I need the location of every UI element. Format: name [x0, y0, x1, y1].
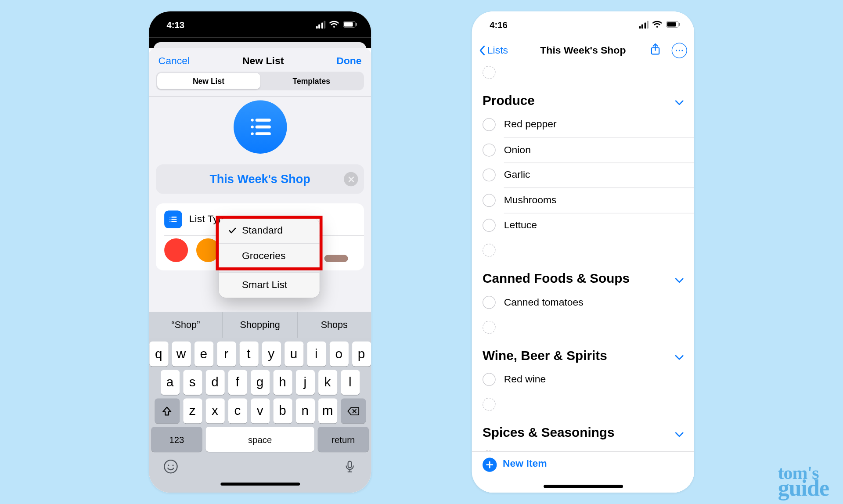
key-y[interactable]: y [262, 342, 281, 367]
svg-point-5 [251, 126, 253, 128]
nav-bar: Lists This Week's Shop [472, 37, 694, 63]
section-header[interactable]: Wine, Beer & Spirits [472, 340, 694, 367]
shift-icon [161, 405, 173, 417]
add-item-circle[interactable] [483, 244, 496, 257]
key-z[interactable]: z [183, 398, 202, 423]
key-g[interactable]: g [251, 370, 270, 395]
list-item[interactable]: Lettuce [472, 213, 694, 238]
key-t[interactable]: t [239, 342, 258, 367]
key-x[interactable]: x [205, 398, 224, 423]
emoji-key[interactable] [163, 459, 178, 477]
key-q[interactable]: q [149, 342, 168, 367]
ellipsis-icon [675, 49, 684, 51]
cellular-icon [639, 21, 648, 29]
key-v[interactable]: v [251, 398, 270, 423]
list-body[interactable]: ProduceRed pepperOnionGarlicMushroomsLet… [472, 64, 694, 493]
checkbox-circle[interactable] [483, 118, 496, 131]
key-w[interactable]: w [172, 342, 191, 367]
list-item[interactable]: Canned tomatoes [472, 290, 694, 315]
seg-newlist[interactable]: New List [157, 73, 260, 89]
cellular-icon [316, 21, 325, 29]
key-e[interactable]: e [194, 342, 213, 367]
key-h[interactable]: h [273, 370, 292, 395]
dictate-key[interactable] [342, 460, 357, 476]
keyboard: “Shop” Shopping Shops qwertyuiop asdfghj… [149, 312, 371, 493]
color-red[interactable] [164, 238, 188, 262]
cancel-button[interactable]: Cancel [159, 55, 190, 67]
list-icon-preview[interactable] [149, 97, 371, 164]
predict-2[interactable]: Shopping [223, 312, 297, 338]
empty-item-placeholder[interactable] [472, 392, 694, 417]
more-button[interactable] [672, 43, 687, 58]
checkbox-circle[interactable] [483, 296, 496, 309]
share-button[interactable] [650, 43, 661, 58]
empty-item-placeholder[interactable] [472, 315, 694, 340]
list-lines-icon [168, 214, 178, 225]
list-item[interactable]: Mushrooms [472, 188, 694, 213]
key-b[interactable]: b [273, 398, 292, 423]
checkbox-circle[interactable] [483, 194, 496, 207]
key-i[interactable]: i [307, 342, 326, 367]
status-time: 4:13 [167, 19, 185, 29]
list-item[interactable]: Garlic [472, 162, 694, 187]
section-header[interactable]: Produce [472, 85, 694, 112]
share-icon [650, 43, 661, 56]
status-time: 4:16 [490, 19, 508, 29]
mic-icon [342, 460, 357, 474]
new-item-button[interactable]: New Item [503, 457, 547, 469]
list-item[interactable]: Red pepper [472, 112, 694, 137]
list-item[interactable]: Onion [472, 137, 694, 162]
key-f[interactable]: f [228, 370, 247, 395]
list-icon-circle [233, 100, 287, 154]
list-name-value: This Week's Shop [209, 172, 310, 186]
section-title: Spices & Seasonings [483, 425, 614, 440]
list-item[interactable]: Red wine [472, 367, 694, 392]
add-item-circle[interactable] [483, 398, 496, 411]
section-title: Wine, Beer & Spirits [483, 348, 607, 364]
empty-item-placeholder[interactable] [472, 238, 694, 263]
home-indicator [543, 485, 623, 488]
seg-templates[interactable]: Templates [260, 73, 363, 89]
key-n[interactable]: n [295, 398, 314, 423]
predictive-bar: “Shop” Shopping Shops [149, 312, 371, 338]
return-key[interactable]: return [318, 427, 369, 452]
color-brown[interactable] [324, 255, 348, 262]
checkbox-circle[interactable] [483, 169, 496, 182]
add-item-circle[interactable] [483, 321, 496, 334]
key-k[interactable]: k [318, 370, 337, 395]
key-m[interactable]: m [318, 398, 337, 423]
checkbox-circle[interactable] [483, 373, 496, 386]
popup-smartlist[interactable]: Smart List [219, 273, 319, 298]
key-a[interactable]: a [160, 370, 179, 395]
predict-1[interactable]: “Shop” [149, 312, 223, 338]
section-header[interactable]: Canned Foods & Soups [472, 263, 694, 290]
shift-key[interactable] [155, 398, 180, 423]
key-c[interactable]: c [228, 398, 247, 423]
section-header[interactable]: Spices & Seasonings [472, 417, 694, 444]
predict-3[interactable]: Shops [297, 312, 371, 338]
key-o[interactable]: o [329, 342, 348, 367]
section-title: Canned Foods & Soups [483, 271, 630, 286]
done-button[interactable]: Done [336, 55, 361, 67]
segmented-control[interactable]: New List Templates [156, 72, 364, 90]
key-p[interactable]: p [352, 342, 371, 367]
key-u[interactable]: u [284, 342, 303, 367]
chevron-down-icon [675, 348, 684, 364]
checkbox-circle[interactable] [483, 143, 496, 156]
list-name-input[interactable]: This Week's Shop [156, 164, 364, 194]
back-label: Lists [487, 44, 508, 56]
backspace-key[interactable] [341, 398, 366, 423]
key-d[interactable]: d [205, 370, 224, 395]
clear-text-button[interactable] [344, 172, 358, 186]
key-s[interactable]: s [183, 370, 202, 395]
space-key[interactable]: space [206, 427, 314, 452]
checkbox-circle[interactable] [483, 219, 496, 232]
numbers-key[interactable]: 123 [151, 427, 202, 452]
empty-item-placeholder[interactable] [483, 66, 496, 79]
key-l[interactable]: l [341, 370, 360, 395]
key-j[interactable]: j [295, 370, 314, 395]
svg-point-9 [169, 217, 170, 218]
status-indicators [316, 21, 358, 29]
back-button[interactable]: Lists [479, 44, 508, 56]
key-r[interactable]: r [217, 342, 236, 367]
